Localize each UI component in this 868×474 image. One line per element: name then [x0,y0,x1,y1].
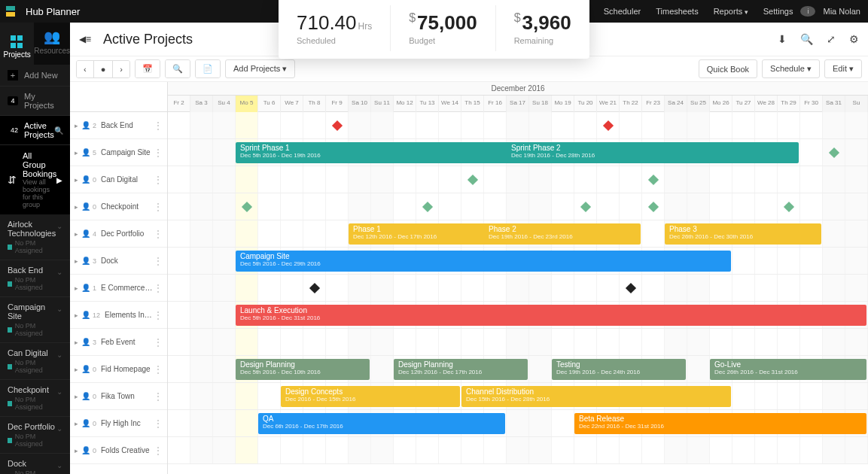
nav-settings[interactable]: Settings [756,7,801,16]
gantt-row[interactable] [168,112,868,139]
gantt-row[interactable]: QADec 6th 2016 - Dec 17th 2016Beta Relea… [168,410,868,437]
next-button[interactable]: › [113,61,129,77]
gantt-row-label[interactable]: ▸👤0Fly High Inc⋮ [70,410,167,437]
gantt-row[interactable]: Phase 1Dec 12th 2016 - Dec 17th 2016Phas… [168,220,868,248]
quick-book-button[interactable]: Quick Book [699,59,757,78]
gantt-row[interactable] [168,166,868,193]
sidebar-tab-projects[interactable]: Projects [0,23,34,65]
sidebar-project-item[interactable]: Campaign SiteNo PM Assigned⌄ [0,297,70,343]
timeline-day[interactable]: Tu 27 [732,96,755,112]
row-options-icon[interactable]: ⋮ [154,364,163,375]
gantt-milestone[interactable] [626,283,636,293]
timeline-day[interactable]: We 14 [439,96,461,112]
sidebar-project-item[interactable]: Dec PortfolioNo PM Assigned⌄ [0,417,70,454]
timeline-day[interactable]: Fr 9 [326,96,349,112]
gantt-bar[interactable]: Design PlanningDec 12th 2016 - Dec 17th … [394,359,528,380]
row-options-icon[interactable]: ⋮ [154,229,163,239]
sidebar-project-item[interactable]: Can DigitalNo PM Assigned⌄ [0,343,70,380]
gantt-bar[interactable]: Phase 2Dec 19th 2016 - Dec 23rd 2016 [484,223,641,245]
gantt-row-label[interactable]: ▸👤0Can Digital⋮ [70,166,167,193]
timeline-day[interactable]: We 7 [281,96,303,112]
timeline-day[interactable]: Tu 20 [574,96,597,112]
gantt-row-label[interactable]: ▸👤1E Commerce Work⋮ [70,275,167,302]
timeline-day[interactable]: Su 4 [213,96,236,112]
timeline-day[interactable]: Fr 16 [484,96,507,112]
row-options-icon[interactable]: ⋮ [154,310,163,321]
gantt-row-label[interactable]: ▸👤12Elements International⋮ [70,302,167,329]
gantt-row-label[interactable]: ▸👤4Dec Portfolio⋮ [70,220,167,248]
sidebar-my-projects[interactable]: 4 My Projects [0,87,70,116]
row-options-icon[interactable]: ⋮ [154,175,163,185]
timeline-day[interactable]: Th 22 [620,96,642,112]
timeline-day[interactable]: We 21 [597,96,620,112]
gantt-row-label[interactable]: ▸👤5Campaign Site⋮ [70,139,167,166]
timeline-day[interactable]: We 28 [755,96,778,112]
timeline-day[interactable]: Sa 24 [665,96,687,112]
gantt-row-label[interactable]: ▸👤0Checkpoint⋮ [70,193,167,220]
row-options-icon[interactable]: ⋮ [154,418,163,429]
gantt-row[interactable]: Launch & ExecutionDec 5th 2016 - Dec 31s… [168,302,868,329]
gantt-row[interactable] [168,275,868,302]
timeline-day[interactable]: Su 11 [371,96,394,112]
calendar-button[interactable]: 📅 [136,60,160,77]
timeline-day[interactable]: Su 18 [529,96,552,112]
row-options-icon[interactable]: ⋮ [154,120,163,131]
gantt-bar[interactable]: Campaign SiteDec 5th 2016 - Dec 29th 201… [236,251,731,272]
prev-button[interactable]: ‹ [77,61,94,77]
gantt-milestone[interactable] [242,202,252,212]
timeline-day[interactable]: Tu 6 [258,96,281,112]
gantt-milestone[interactable] [422,202,433,212]
sidebar-project-item[interactable]: Back EndNo PM Assigned⌄ [0,260,70,297]
gantt-milestone[interactable] [784,202,794,212]
timeline-day[interactable]: Mo 5 [236,96,258,112]
fullscreen-icon[interactable]: ⤢ [827,33,836,45]
gantt-row-label[interactable]: ▸👤0Fika Town⋮ [70,383,167,410]
gantt-bar[interactable]: Design ConceptsDec 2016 - Dec 15th 2016 [281,386,460,407]
info-icon[interactable]: i [800,6,815,17]
gantt-bar[interactable]: TestingDec 19th 2016 - Dec 24th 2016 [552,359,686,380]
gantt-milestone[interactable] [603,120,614,131]
timeline-day[interactable]: Su 25 [687,96,710,112]
gantt-milestone[interactable] [468,175,478,185]
sidebar-active-projects[interactable]: 42 Active Projects 🔍 [0,116,70,145]
timeline-day[interactable]: Tu 13 [416,96,439,112]
nav-timesheets[interactable]: Timesheets [648,7,705,16]
timeline-day[interactable]: Fr 2 [168,96,190,112]
add-projects-button[interactable]: Add Projects ▾ [225,59,295,78]
sidebar-group-bookings[interactable]: ⇵ All Group Bookings View all bookings f… [0,145,70,214]
user-menu[interactable]: Mia Nolan [815,7,868,16]
row-options-icon[interactable]: ⋮ [154,202,163,212]
gantt-milestone[interactable] [648,202,659,212]
gantt-milestone[interactable] [332,120,343,131]
search-icon[interactable]: 🔍 [800,33,813,45]
gantt-bar[interactable]: QADec 6th 2016 - Dec 17th 2016 [258,413,505,434]
timeline-day[interactable]: Sa 3 [190,96,213,112]
file-button[interactable]: 📄 [196,60,220,77]
gantt-row-label[interactable]: ▸👤3Feb Event⋮ [70,329,167,356]
timeline-day[interactable]: Sa 17 [507,96,529,112]
sidebar-add-new[interactable]: + Add New [0,65,70,87]
gantt-row[interactable] [168,193,868,220]
sidebar-project-item[interactable]: CheckpointNo PM Assigned⌄ [0,380,70,417]
gantt-row[interactable]: Design ConceptsDec 2016 - Dec 15th 2016C… [168,383,868,410]
timeline-day[interactable]: Th 29 [778,96,800,112]
gantt-bar[interactable]: Sprint Phase 2Dec 19th 2016 - Dec 28th 2… [507,142,799,163]
timeline-day[interactable]: Th 15 [461,96,484,112]
gantt-milestone[interactable] [648,175,659,185]
collapse-sidebar-button[interactable]: ◀≡ [79,34,91,44]
search-icon[interactable]: 🔍 [54,126,63,135]
gantt-bar[interactable]: Launch & ExecutionDec 5th 2016 - Dec 31s… [236,305,866,326]
today-button[interactable]: ● [94,61,114,77]
zoom-button[interactable]: 🔍 [166,60,190,77]
schedule-button[interactable]: Schedule ▾ [762,59,820,78]
timeline-day[interactable]: Fr 30 [800,96,823,112]
timeline-day[interactable]: Fr 23 [642,96,665,112]
gantt-milestone[interactable] [829,147,839,158]
timeline-day[interactable]: Mo 12 [394,96,416,112]
gantt-row-label[interactable]: ▸👤0Fid Homepage⋮ [70,356,167,383]
row-options-icon[interactable]: ⋮ [154,283,163,293]
gantt-bar[interactable]: Phase 3Dec 26th 2016 - Dec 30th 2016 [665,223,821,245]
gantt-row[interactable] [168,437,868,464]
gantt-row[interactable]: Design PlanningDec 5th 2016 - Dec 10th 2… [168,356,868,383]
sidebar-tab-resources[interactable]: 👥 Resources [34,23,70,65]
